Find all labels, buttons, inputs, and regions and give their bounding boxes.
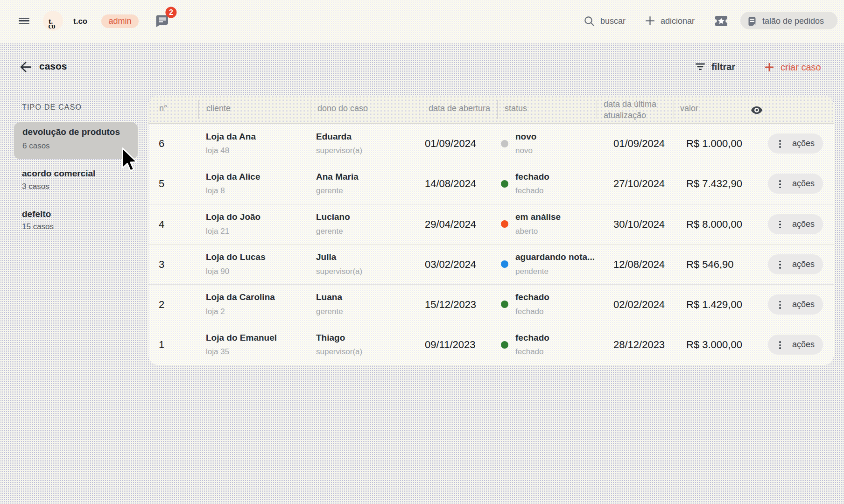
svg-text:2: 2 xyxy=(169,8,173,16)
